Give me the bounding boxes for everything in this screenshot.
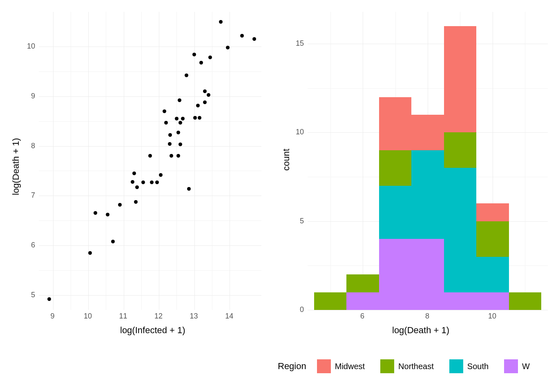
scatter-point <box>226 46 230 49</box>
grid-line <box>176 12 177 310</box>
legend-key-icon <box>317 359 331 373</box>
grid-line <box>159 12 159 310</box>
scatter-point <box>106 213 109 216</box>
scatter-point <box>198 116 201 120</box>
y-tick-label: 7 <box>23 191 35 200</box>
grid-line <box>39 71 261 72</box>
region-legend: Region MidwestNortheastSouthW <box>278 359 549 373</box>
legend-item-south: South <box>449 359 489 373</box>
bar-segment-midwest <box>379 97 411 150</box>
x-tick-label: 6 <box>360 312 364 321</box>
scatter-point <box>252 37 256 41</box>
y-tick-label: 8 <box>23 141 35 150</box>
bar-segment-midwest <box>476 203 509 221</box>
scatter-plot-area <box>38 11 262 310</box>
x-tick-label: 12 <box>154 312 163 321</box>
bar-segment-midwest <box>444 26 476 133</box>
scatter-point <box>155 180 159 184</box>
scatter-panel: log(Death + 1) log(Infected + 1) 9101112… <box>6 7 267 338</box>
grid-line <box>39 146 261 147</box>
grid-line <box>39 171 261 171</box>
bar-segment-west <box>411 239 444 310</box>
legend-label: South <box>467 362 489 371</box>
y-tick-label: 6 <box>23 241 35 249</box>
legend-key-icon <box>504 359 518 373</box>
y-tick-label: 15 <box>290 39 304 48</box>
x-tick-label: 13 <box>190 312 198 321</box>
legend-item-midwest: Midwest <box>317 359 365 373</box>
grid-line <box>39 96 261 97</box>
grid-line <box>308 44 548 44</box>
legend-title: Region <box>278 361 306 372</box>
scatter-point <box>131 180 134 184</box>
scatter-y-axis-label: log(Death + 1) <box>11 138 21 195</box>
scatter-point <box>176 154 180 158</box>
bar-segment-south <box>411 150 444 239</box>
bar-segment-midwest <box>411 115 444 150</box>
grid-line <box>308 310 548 310</box>
scatter-point <box>179 121 182 125</box>
grid-line <box>230 12 230 310</box>
grid-line <box>39 270 261 271</box>
scatter-point <box>148 154 152 158</box>
legend-label: Midwest <box>335 362 365 371</box>
scatter-point <box>181 117 185 120</box>
scatter-point <box>193 116 197 120</box>
scatter-point <box>178 98 181 102</box>
bar-segment-south <box>444 168 476 292</box>
scatter-point <box>168 142 172 146</box>
grid-line <box>141 12 142 310</box>
scatter-point <box>176 131 180 134</box>
grid-line <box>124 12 124 310</box>
legend-key-icon <box>380 359 394 373</box>
scatter-point <box>185 74 188 77</box>
grid-line <box>39 220 261 221</box>
scatter-point <box>240 34 244 38</box>
hist-x-axis-label: log(Death + 1) <box>392 325 449 336</box>
bar-segment-northeast <box>476 221 509 257</box>
y-tick-label: 0 <box>290 305 304 314</box>
y-tick-label: 9 <box>23 91 35 100</box>
x-tick-label: 10 <box>488 312 496 321</box>
bar-segment-northeast <box>444 132 476 168</box>
legend-label: Northeast <box>398 362 434 371</box>
grid-line <box>39 245 261 246</box>
scatter-point <box>203 100 207 104</box>
grid-line <box>212 12 212 310</box>
scatter-point <box>179 143 182 146</box>
scatter-point <box>196 104 200 107</box>
scatter-x-axis-label: log(Infected + 1) <box>120 325 185 336</box>
legend-item-northeast: Northeast <box>380 359 434 373</box>
x-tick-label: 9 <box>51 312 55 321</box>
y-tick-label: 5 <box>23 290 35 299</box>
bar-segment-south <box>379 186 411 239</box>
scatter-point <box>199 61 203 65</box>
scatter-point <box>159 173 163 177</box>
scatter-point <box>132 172 136 175</box>
bar-segment-northeast <box>346 274 379 292</box>
grid-line <box>194 12 195 310</box>
scatter-point <box>208 56 212 59</box>
figure-container: log(Death + 1) log(Infected + 1) 9101112… <box>0 0 549 392</box>
y-tick-label: 10 <box>23 42 35 51</box>
bar-segment-west <box>379 239 411 310</box>
grid-line <box>88 12 89 310</box>
scatter-point <box>118 203 122 207</box>
scatter-point <box>88 251 92 255</box>
hist-x-axis-text: log(Death + 1) <box>392 325 449 335</box>
scatter-point <box>168 133 172 137</box>
scatter-point <box>150 180 154 184</box>
grid-line <box>39 121 261 122</box>
y-tick-label: 5 <box>290 216 304 225</box>
scatter-point <box>175 117 179 120</box>
legend-item-w: W <box>504 359 530 373</box>
bar-segment-northeast <box>314 292 346 310</box>
bar-segment-northeast <box>509 292 541 310</box>
scatter-point <box>207 93 210 97</box>
bar-segment-west <box>444 292 476 310</box>
bar-segment-west <box>476 292 509 310</box>
scatter-point <box>134 200 138 204</box>
x-tick-label: 8 <box>425 312 429 321</box>
scatter-point <box>203 89 207 93</box>
histogram-panel: count log(Death + 1) 6810051015 <box>278 7 547 338</box>
